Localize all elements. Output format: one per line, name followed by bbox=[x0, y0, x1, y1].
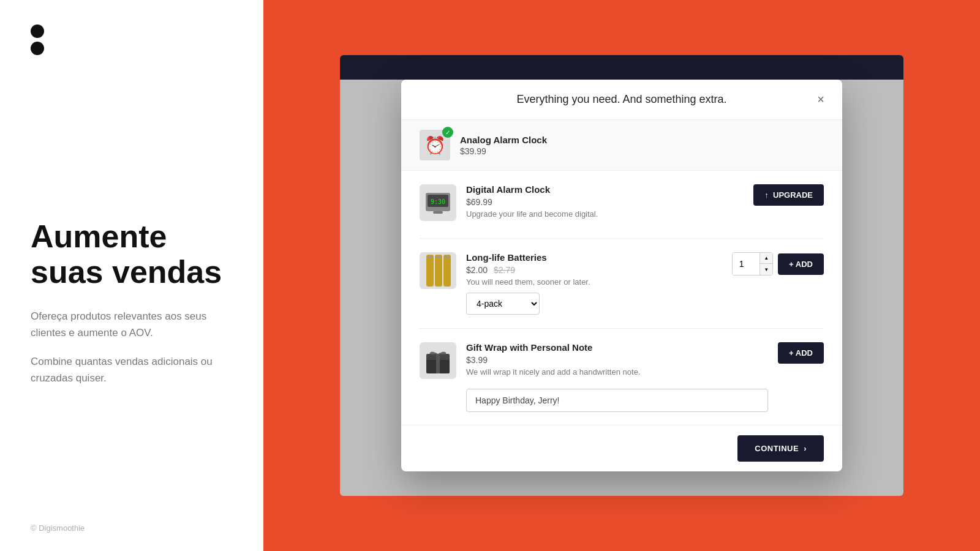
logo-dot-top bbox=[31, 24, 44, 38]
battery-icon bbox=[421, 252, 454, 289]
qty-up-button[interactable]: ▲ bbox=[760, 253, 772, 264]
upsell-modal: Everything you need. And something extra… bbox=[401, 80, 842, 471]
modal-title: Everything you need. And something extra… bbox=[516, 93, 726, 106]
svg-rect-7 bbox=[428, 256, 432, 258]
upgrade-button[interactable]: ↑ UPGRADE bbox=[753, 184, 824, 206]
left-panel: Aumente suas vendas Ofereça produtos rel… bbox=[0, 0, 263, 551]
continue-button[interactable]: CONTINUE › bbox=[737, 435, 824, 462]
upsell-item-gift-wrap: Gift Wrap with Personal Note $3.99 We wi… bbox=[420, 329, 824, 425]
svg-rect-3 bbox=[433, 211, 443, 214]
svg-rect-6 bbox=[443, 255, 451, 287]
cart-item-name: Analog Alarm Clock bbox=[460, 135, 547, 145]
quantity-stepper: ▲ ▼ bbox=[732, 252, 773, 276]
gift-icon bbox=[423, 345, 453, 376]
gift-wrap-image bbox=[420, 342, 456, 379]
upsell-desc-batteries: You will need them, sooner or later. bbox=[466, 277, 722, 287]
upsell-name-gift: Gift Wrap with Personal Note bbox=[466, 342, 768, 353]
quantity-input[interactable] bbox=[733, 253, 760, 275]
upsell-desc-gift: We will wrap it nicely and add a handwri… bbox=[466, 367, 768, 377]
description-2: Combine quantas vendas adicionais ou cru… bbox=[31, 353, 233, 386]
cart-item-info: Analog Alarm Clock $39.99 bbox=[460, 135, 547, 156]
svg-rect-9 bbox=[445, 256, 450, 258]
digital-clock-icon: 9:30 bbox=[422, 187, 454, 219]
logo-dot-bottom bbox=[31, 42, 44, 55]
upsell-info-digital: Digital Alarm Clock $69.99 Upgrade your … bbox=[466, 184, 744, 225]
upsell-list: 9:30 Digital Alarm Clock $69.99 Upgrade … bbox=[401, 171, 842, 425]
add-gift-button[interactable]: + ADD bbox=[778, 342, 824, 364]
digital-alarm-image: 9:30 bbox=[420, 184, 456, 221]
cart-item-price: $39.99 bbox=[460, 146, 547, 156]
upsell-price-gift: $3.99 bbox=[466, 355, 768, 365]
modal-footer: CONTINUE › bbox=[401, 425, 842, 471]
upsell-actions-batteries: ▲ ▼ + ADD bbox=[732, 252, 824, 276]
upsell-item-batteries: Long-life Batteries $2.00 $2.79 You will… bbox=[420, 239, 824, 329]
modal-overlay: Everything you need. And something extra… bbox=[263, 0, 980, 551]
cart-item-image: ⏰ ✓ bbox=[420, 130, 450, 160]
svg-rect-12 bbox=[436, 354, 440, 373]
batteries-image bbox=[420, 252, 456, 289]
upsell-name-digital: Digital Alarm Clock bbox=[466, 184, 744, 195]
check-badge: ✓ bbox=[442, 127, 453, 138]
svg-rect-8 bbox=[436, 256, 441, 258]
svg-rect-5 bbox=[435, 255, 442, 287]
upsell-item-digital-alarm: 9:30 Digital Alarm Clock $69.99 Upgrade … bbox=[420, 171, 824, 239]
qty-arrows: ▲ ▼ bbox=[760, 253, 772, 275]
upsell-price-batteries: $2.00 $2.79 bbox=[466, 265, 722, 275]
close-button[interactable]: × bbox=[812, 91, 830, 109]
right-panel: Everything you need. And something extra… bbox=[263, 0, 980, 551]
pack-select[interactable]: 4-pack 8-pack 12-pack bbox=[466, 293, 540, 315]
chevron-right-icon: › bbox=[804, 444, 807, 453]
original-price-batteries: $2.79 bbox=[494, 265, 515, 275]
upsell-info-gift: Gift Wrap with Personal Note $3.99 We wi… bbox=[466, 342, 768, 412]
upsell-info-batteries: Long-life Batteries $2.00 $2.79 You will… bbox=[466, 252, 722, 315]
qty-down-button[interactable]: ▼ bbox=[760, 264, 772, 275]
left-content: Aumente suas vendas Ofereça produtos rel… bbox=[31, 55, 233, 527]
headline: Aumente suas vendas bbox=[31, 219, 233, 289]
footer-copyright: © Digismoothie bbox=[31, 523, 85, 533]
modal-header: Everything you need. And something extra… bbox=[401, 80, 842, 120]
svg-text:9:30: 9:30 bbox=[431, 198, 445, 205]
upsell-desc-digital: Upgrade your life and become digital. bbox=[466, 209, 744, 219]
cart-item: ⏰ ✓ Analog Alarm Clock $39.99 bbox=[401, 120, 842, 171]
upsell-actions-gift: + ADD bbox=[778, 342, 824, 364]
upsell-price-digital: $69.99 bbox=[466, 197, 744, 207]
personal-note-input[interactable] bbox=[466, 389, 768, 412]
svg-rect-4 bbox=[426, 255, 434, 287]
upsell-actions-digital: ↑ UPGRADE bbox=[753, 184, 824, 206]
description-1: Ofereça produtos relevantes aos seus cli… bbox=[31, 308, 233, 341]
logo bbox=[31, 24, 233, 55]
pack-select-wrap: 4-pack 8-pack 12-pack bbox=[466, 293, 722, 315]
add-batteries-button[interactable]: + ADD bbox=[778, 253, 824, 275]
upsell-name-batteries: Long-life Batteries bbox=[466, 252, 722, 263]
